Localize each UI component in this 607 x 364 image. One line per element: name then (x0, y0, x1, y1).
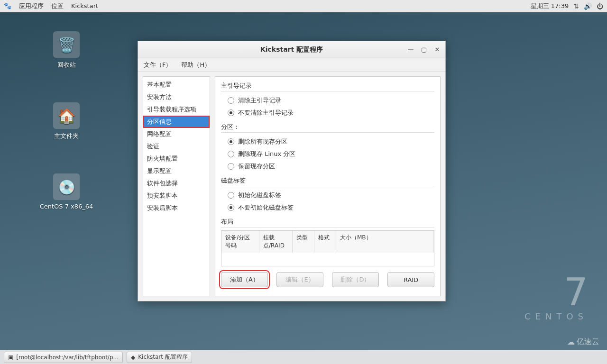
window-title: Kickstart 配置程序 (260, 46, 323, 54)
radio-option[interactable]: 删除现存 Linux 分区 (221, 148, 434, 160)
group-disk: 磁盘标签 初始化磁盘标签不要初始化磁盘标签 (221, 176, 434, 214)
sidebar-item-5[interactable]: 验证 (143, 140, 210, 153)
radio-option[interactable]: 清除主引导记录 (221, 94, 434, 107)
power-icon[interactable]: ⏻ (597, 2, 603, 10)
group-partition: 分区： 删除所有现存分区删除现存 Linux 分区保留现存分区 (221, 123, 434, 173)
radio-option[interactable]: 不要清除主引导记录 (221, 107, 434, 119)
desktop: 🗑️ 回收站 🏠 主文件夹 💿 CentOS 7 x86_64 7 CENTOS… (0, 12, 607, 350)
radio-label: 删除所有现存分区 (238, 137, 287, 146)
group-mbr: 主引导记录 清除主引导记录不要清除主引导记录 (221, 82, 434, 119)
add-button[interactable]: 添加（A） (221, 272, 268, 287)
group-layout: 布局 设备/分区号码挂载点/RAID类型格式大小（MB） 添加（A） 编辑（E）… (221, 218, 434, 287)
clock[interactable]: 星期三 17:39 (531, 2, 569, 10)
sidebar-item-6[interactable]: 防火墙配置 (143, 153, 210, 165)
sidebar-item-10[interactable]: 安装后脚本 (143, 202, 210, 214)
trash-label: 回收站 (43, 61, 90, 69)
menu-applications[interactable]: 应用程序 (19, 2, 44, 10)
minimize-button[interactable]: — (405, 46, 416, 54)
main-panel: 主引导记录 清除主引导记录不要清除主引导记录 分区： 删除所有现存分区删除现存 … (215, 76, 441, 296)
radio-option[interactable]: 保留现存分区 (221, 160, 434, 173)
taskbar: ▣ [root@localhost:/var/lib/tftpboot/p...… (0, 350, 607, 364)
table-header[interactable]: 类型 (293, 231, 314, 253)
wallpaper-brand: 7 CENTOS (524, 273, 588, 321)
table-header[interactable]: 挂载点/RAID (259, 231, 293, 253)
radio-option[interactable]: 初始化磁盘标签 (221, 189, 434, 201)
menu-help[interactable]: 帮助（H） (181, 61, 211, 69)
radio-label: 不要初始化磁盘标签 (238, 203, 294, 212)
gnome-foot-icon: 🐾 (4, 2, 11, 9)
table-body (221, 253, 434, 266)
sidebar-item-7[interactable]: 显示配置 (143, 165, 210, 177)
mbr-title: 主引导记录 (221, 82, 434, 91)
layout-title: 布局 (221, 218, 434, 227)
radio-icon (228, 151, 234, 157)
radio-option[interactable]: 不要初始化磁盘标签 (221, 201, 434, 214)
sidebar-item-3[interactable]: 分区信息 (143, 116, 210, 128)
radio-icon (228, 204, 234, 211)
cd-label: CentOS 7 x86_64 (38, 203, 95, 210)
sidebar: 基本配置安装方法引导装载程序选项分区信息网络配置验证防火墙配置显示配置软件包选择… (143, 76, 210, 296)
cd-icon[interactable]: 💿 CentOS 7 x86_64 (38, 173, 95, 210)
menu-kickstart[interactable]: Kickstart (71, 2, 98, 9)
top-panel: 🐾 应用程序 位置 Kickstart 星期三 17:39 ⇅ 🔊 ⏻ (0, 0, 607, 12)
task-kickstart[interactable]: ◆ Kickstart 配置程序 (127, 352, 192, 363)
edit-button[interactable]: 编辑（E） (276, 272, 323, 287)
terminal-icon: ▣ (8, 354, 13, 361)
radio-label: 清除主引导记录 (238, 96, 281, 105)
kickstart-window: Kickstart 配置程序 — ▢ ✕ 文件（F） 帮助（H） 基本配置安装方… (138, 41, 446, 301)
trash-icon[interactable]: 🗑️ 回收站 (43, 31, 90, 69)
watermark: ☁ 亿速云 (567, 337, 599, 347)
network-icon[interactable]: ⇅ (573, 2, 579, 10)
sidebar-item-2[interactable]: 引导装载程序选项 (143, 103, 210, 116)
radio-label: 不要清除主引导记录 (238, 109, 294, 117)
radio-icon (228, 192, 234, 199)
menubar: 文件（F） 帮助（H） (138, 58, 445, 72)
radio-icon (228, 138, 234, 145)
layout-table[interactable]: 设备/分区号码挂载点/RAID类型格式大小（MB） (221, 230, 434, 266)
radio-label: 删除现存 Linux 分区 (238, 150, 295, 158)
close-button[interactable]: ✕ (432, 46, 442, 54)
sidebar-item-1[interactable]: 安装方法 (143, 91, 210, 103)
partition-title: 分区： (221, 123, 434, 132)
menu-file[interactable]: 文件（F） (144, 61, 172, 69)
cloud-icon: ☁ (567, 337, 575, 346)
titlebar[interactable]: Kickstart 配置程序 — ▢ ✕ (138, 41, 445, 58)
delete-button[interactable]: 删除（D） (332, 272, 379, 287)
raid-button[interactable]: RAID (387, 272, 434, 287)
sidebar-item-9[interactable]: 预安装脚本 (143, 190, 210, 202)
kickstart-icon: ◆ (131, 354, 135, 361)
sidebar-item-8[interactable]: 软件包选择 (143, 177, 210, 190)
home-folder-icon[interactable]: 🏠 主文件夹 (43, 102, 90, 140)
disk-title: 磁盘标签 (221, 176, 434, 186)
menu-places[interactable]: 位置 (51, 2, 64, 10)
task-terminal[interactable]: ▣ [root@localhost:/var/lib/tftpboot/p... (4, 352, 123, 363)
table-header[interactable]: 格式 (314, 231, 336, 253)
radio-icon (228, 109, 234, 116)
table-header[interactable]: 设备/分区号码 (221, 231, 259, 253)
sidebar-item-0[interactable]: 基本配置 (143, 79, 210, 91)
radio-label: 保留现存分区 (238, 162, 275, 171)
home-label: 主文件夹 (43, 132, 90, 140)
radio-icon (228, 163, 234, 170)
volume-icon[interactable]: 🔊 (584, 2, 592, 10)
radio-icon (228, 97, 234, 104)
table-header[interactable]: 大小（MB） (336, 231, 434, 253)
sidebar-item-4[interactable]: 网络配置 (143, 128, 210, 140)
radio-label: 初始化磁盘标签 (238, 191, 281, 200)
maximize-button[interactable]: ▢ (419, 46, 429, 54)
radio-option[interactable]: 删除所有现存分区 (221, 136, 434, 148)
